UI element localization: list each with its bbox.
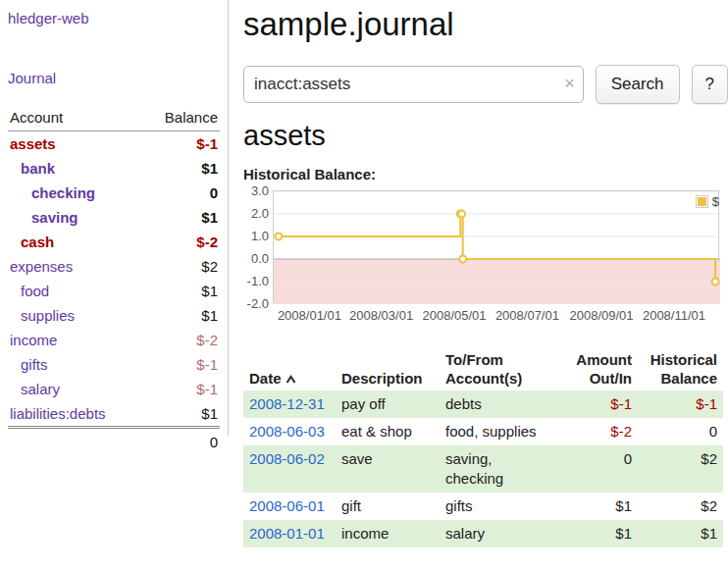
account-link[interactable]: income [10, 332, 57, 348]
account-name-cell: assets [8, 131, 142, 157]
account-balance: $2 [142, 254, 220, 279]
sidebar: hledger-web Journal Account Balance asse… [0, 0, 229, 436]
account-row: gifts$-1 [8, 352, 220, 377]
transaction-accounts: food, supplies [440, 418, 565, 445]
data-point-marker [459, 256, 466, 263]
register-header-date[interactable]: Date [243, 347, 336, 390]
search-bar: × Search ? [243, 65, 728, 104]
account-balance: $-1 [142, 377, 220, 401]
account-name-cell: income [8, 328, 142, 352]
account-row: bank$1 [8, 156, 220, 181]
clear-search-icon[interactable]: × [564, 74, 575, 94]
account-balance: 0 [142, 181, 220, 205]
transaction-row: 2008-06-01giftgifts$1$2 [243, 493, 723, 520]
transaction-description: pay off [336, 390, 440, 418]
account-name-cell: cash [8, 230, 142, 254]
transaction-date-cell: 2008-12-31 [243, 390, 336, 418]
accounts-header-row: Account Balance [8, 107, 220, 131]
transaction-date-link[interactable]: 2008-12-31 [249, 395, 325, 412]
accounts-header-balance: Balance [142, 107, 220, 131]
chart-canvas [274, 191, 720, 304]
data-point-marker [712, 279, 719, 286]
account-balance: $1 [142, 303, 220, 328]
transaction-date-cell: 2008-06-01 [243, 493, 336, 520]
account-link[interactable]: supplies [21, 307, 75, 324]
transaction-balance: $1 [638, 520, 723, 547]
chart-plot-area [273, 190, 719, 303]
search-box: × [243, 66, 584, 103]
account-link[interactable]: gifts [21, 356, 48, 373]
account-link[interactable]: saving [31, 209, 78, 226]
transaction-amount: $1 [565, 520, 638, 547]
account-link[interactable]: cash [21, 234, 54, 250]
transaction-row: 2008-12-31pay offdebts$-1$-1 [243, 390, 723, 418]
transaction-description: gift [336, 493, 440, 520]
data-point-marker [275, 234, 282, 240]
account-balance: $-1 [142, 352, 220, 377]
y-tick-label: 1.0 [243, 229, 269, 243]
account-link[interactable]: assets [10, 135, 56, 152]
transaction-row: 2008-06-02savesaving, checking0$2 [243, 445, 723, 493]
transaction-accounts: salary [440, 520, 565, 547]
transaction-date-cell: 2008-06-02 [243, 445, 336, 493]
chart-section-label: Historical Balance: [243, 166, 728, 182]
account-row: liabilities:debts$1 [8, 401, 220, 428]
account-balance: $-2 [142, 328, 220, 352]
help-button[interactable]: ? [692, 65, 728, 104]
account-link[interactable]: liabilities:debts [10, 405, 106, 422]
page-title: sample.journal [243, 6, 728, 43]
main-content: sample.journal × Search ? assets Histori… [243, 0, 728, 547]
account-row: saving$1 [8, 205, 220, 230]
account-name-cell: expenses [8, 254, 142, 279]
chart-x-axis: 2008/01/012008/03/012008/05/012008/07/01… [243, 308, 726, 324]
account-row: salary$-1 [8, 377, 220, 401]
app-brand-link[interactable]: hledger-web [8, 10, 220, 26]
x-tick-label: 2008/09/01 [570, 308, 642, 323]
accounts-header-account: Account [8, 107, 142, 131]
register-header-date-label: Date [249, 370, 282, 387]
x-tick-label: 2008/11/01 [643, 308, 714, 323]
search-input[interactable] [243, 66, 584, 103]
transaction-date-link[interactable]: 2008-06-02 [249, 450, 325, 467]
nav-journal-link[interactable]: Journal [8, 70, 56, 86]
historical-balance-chart: 3.02.01.00.0-1.0-2.0 2008/01/012008/03/0… [243, 188, 726, 326]
account-row: supplies$1 [8, 303, 220, 328]
sidebar-nav: Journal [8, 70, 220, 86]
transaction-description: income [336, 520, 440, 547]
account-link[interactable]: food [21, 283, 49, 299]
transaction-date-cell: 2008-01-01 [243, 520, 336, 547]
transaction-accounts: saving, checking [440, 445, 565, 493]
account-link[interactable]: checking [31, 184, 95, 201]
account-row: checking0 [8, 181, 220, 205]
legend-swatch-box [696, 195, 708, 208]
transaction-amount: $-1 [565, 390, 638, 418]
transaction-date-cell: 2008-06-03 [243, 418, 336, 445]
accounts-total-spacer [8, 428, 142, 455]
account-link[interactable]: salary [21, 381, 60, 397]
y-tick-label: 0.0 [243, 251, 269, 266]
accounts-total-value: 0 [142, 428, 220, 455]
account-heading: assets [243, 120, 728, 152]
account-balance: $1 [142, 279, 220, 303]
transaction-date-link[interactable]: 2008-06-03 [249, 423, 325, 440]
transaction-accounts: debts [440, 390, 565, 418]
x-tick-label: 2008/03/01 [349, 308, 421, 323]
register-header-row: Date Description To/From Account(s) Amou… [243, 347, 723, 390]
account-balance: $1 [142, 205, 220, 230]
transaction-row: 2008-01-01incomesalary$1$1 [243, 520, 723, 547]
account-name-cell: salary [8, 377, 142, 401]
transaction-balance: $2 [638, 445, 723, 493]
account-name-cell: gifts [8, 352, 142, 377]
transaction-description: eat & shop [336, 418, 440, 445]
account-name-cell: supplies [8, 303, 142, 328]
search-button[interactable]: Search [596, 65, 680, 104]
transaction-date-link[interactable]: 2008-01-01 [249, 525, 325, 542]
account-link[interactable]: bank [21, 160, 55, 177]
account-link[interactable]: expenses [10, 258, 73, 275]
accounts-total-row: 0 [8, 428, 220, 455]
transaction-amount: $-2 [565, 418, 638, 445]
x-tick-label: 2008/07/01 [495, 308, 567, 323]
transaction-date-link[interactable]: 2008-06-01 [249, 497, 325, 514]
chart-legend: $ [696, 194, 719, 209]
legend-label: $ [712, 194, 719, 209]
